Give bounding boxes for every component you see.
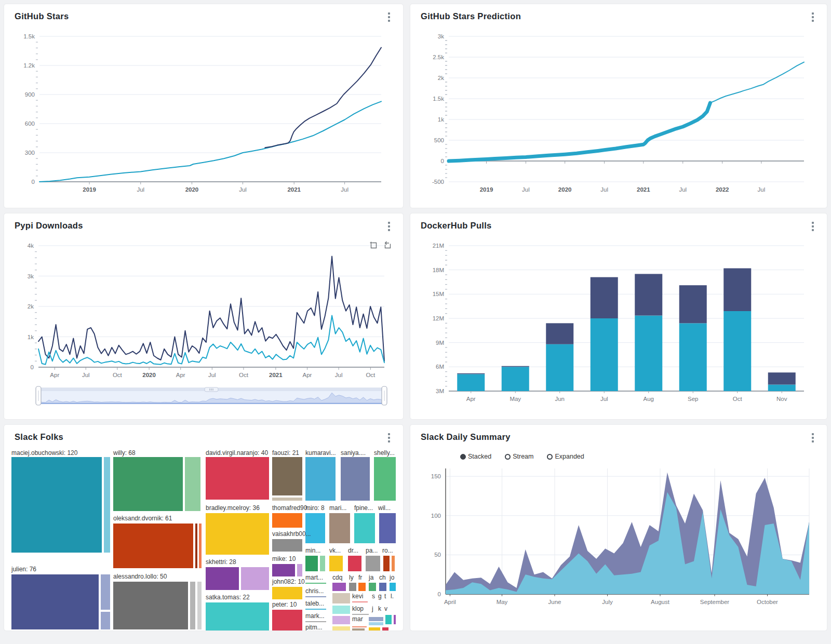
bar-segment[interactable] — [635, 274, 662, 315]
treemap-cell[interactable] — [320, 556, 325, 571]
legend-item-stacked[interactable]: Stacked — [460, 453, 491, 460]
treemap-cell[interactable] — [369, 622, 383, 625]
legend-item-stream[interactable]: Stream — [505, 453, 533, 460]
svg-text:500: 500 — [434, 137, 444, 143]
treemap-cell[interactable] — [185, 457, 200, 511]
treemap-cell[interactable] — [341, 457, 370, 501]
legend-item-expanded[interactable]: Expanded — [547, 453, 584, 460]
bar-segment[interactable] — [591, 318, 618, 391]
treemap-cell[interactable] — [206, 513, 269, 555]
svg-text:-500: -500 — [432, 179, 444, 185]
treemap-cell[interactable] — [272, 539, 302, 552]
treemap-cell[interactable] — [101, 612, 110, 629]
treemap-cell[interactable] — [305, 513, 325, 543]
svg-text:Jul: Jul — [137, 186, 144, 193]
treemap-cell[interactable] — [305, 609, 326, 610]
bar-segment[interactable] — [546, 344, 573, 391]
treemap-cell[interactable] — [332, 616, 350, 624]
treemap-cell[interactable] — [206, 602, 269, 630]
treemap-cell[interactable] — [352, 626, 367, 627]
treemap-cell[interactable] — [379, 583, 386, 591]
kebab-menu-icon[interactable] — [385, 11, 393, 23]
treemap-cell[interactable] — [241, 567, 269, 590]
treemap-cell[interactable] — [305, 556, 318, 571]
treemap-cell[interactable] — [197, 582, 202, 629]
treemap-cell[interactable] — [272, 513, 302, 528]
bar-segment[interactable] — [635, 316, 662, 391]
treemap-cell[interactable] — [394, 615, 396, 624]
treemap-cell[interactable] — [272, 564, 295, 576]
treemap-cell[interactable] — [305, 621, 326, 622]
card-title-dockerhub-pulls: DockerHub Pulls — [421, 221, 492, 231]
bar-segment[interactable] — [768, 385, 796, 391]
treemap-cell[interactable] — [329, 513, 350, 543]
treemap-cell[interactable] — [11, 457, 102, 553]
treemap-cell[interactable] — [390, 583, 396, 591]
bar-segment[interactable] — [546, 323, 573, 344]
kebab-menu-icon[interactable] — [809, 221, 816, 233]
treemap-cell[interactable] — [374, 457, 396, 501]
svg-text:2019: 2019 — [480, 186, 493, 193]
kebab-menu-icon[interactable] — [385, 432, 393, 444]
treemap-cell[interactable] — [352, 614, 369, 615]
treemap-cell[interactable] — [392, 556, 395, 571]
treemap-cell[interactable] — [199, 524, 202, 568]
treemap-cell[interactable] — [113, 582, 188, 629]
treemap-cell[interactable] — [332, 626, 350, 630]
treemap-cell[interactable] — [352, 628, 365, 630]
treemap-cell[interactable] — [349, 583, 356, 591]
treemap-cell[interactable] — [101, 574, 110, 610]
bar-segment[interactable] — [457, 374, 485, 391]
treemap-cell[interactable] — [382, 627, 388, 630]
treemap-label: s — [372, 593, 375, 600]
treemap-cell[interactable] — [354, 513, 375, 543]
card-pypi-downloads: Pypi Downloads 01k2k3k4kAprJulOct2020Apr… — [4, 213, 403, 419]
treemap-cell[interactable] — [348, 556, 361, 571]
treemap-cell[interactable] — [305, 457, 336, 501]
restore-icon[interactable] — [383, 240, 392, 249]
treemap-cell[interactable] — [195, 524, 197, 568]
treemap-cell[interactable] — [332, 606, 350, 614]
bar-segment[interactable] — [591, 277, 618, 318]
bar-segment[interactable] — [723, 269, 751, 311]
treemap-cell[interactable] — [332, 593, 350, 603]
treemap-cell[interactable] — [305, 583, 326, 584]
treemap-cell[interactable] — [385, 615, 392, 624]
treemap-cell[interactable] — [11, 574, 99, 629]
datazoom-select-icon[interactable] — [369, 240, 378, 249]
bar-segment[interactable] — [502, 366, 529, 367]
bar-segment[interactable] — [457, 373, 485, 374]
kebab-menu-icon[interactable] — [385, 221, 393, 233]
treemap-cell[interactable] — [305, 596, 326, 597]
kebab-menu-icon[interactable] — [809, 11, 816, 23]
treemap-cell[interactable] — [272, 457, 302, 495]
treemap-cell[interactable] — [352, 601, 368, 602]
bar-segment[interactable] — [723, 311, 751, 391]
treemap-cell[interactable] — [206, 567, 239, 590]
kebab-menu-icon[interactable] — [809, 432, 816, 444]
svg-text:12M: 12M — [433, 315, 444, 321]
treemap-cell[interactable] — [383, 556, 390, 571]
treemap-cell[interactable] — [329, 556, 343, 571]
bar-segment[interactable] — [502, 367, 529, 391]
treemap-cell[interactable] — [113, 457, 183, 511]
treemap-cell[interactable] — [379, 513, 396, 543]
treemap-cell[interactable] — [206, 457, 269, 500]
treemap-cell[interactable] — [272, 610, 302, 630]
treemap-cell[interactable] — [332, 583, 346, 591]
treemap-cell[interactable] — [272, 498, 302, 501]
treemap-cell[interactable] — [369, 583, 376, 591]
treemap-cell[interactable] — [366, 556, 380, 571]
treemap-cell[interactable] — [104, 457, 110, 553]
treemap-cell[interactable] — [369, 627, 380, 630]
bar-segment[interactable] — [768, 372, 796, 384]
bar-segment[interactable] — [679, 323, 707, 391]
treemap-cell[interactable] — [369, 617, 383, 621]
treemap-cell[interactable] — [113, 524, 193, 568]
treemap-cell[interactable] — [358, 583, 366, 591]
bar-segment[interactable] — [679, 285, 707, 323]
treemap-cell[interactable] — [297, 564, 302, 576]
treemap-cell[interactable] — [272, 587, 302, 599]
treemap-cell[interactable] — [190, 582, 195, 629]
radio-unselected-icon — [547, 454, 553, 460]
